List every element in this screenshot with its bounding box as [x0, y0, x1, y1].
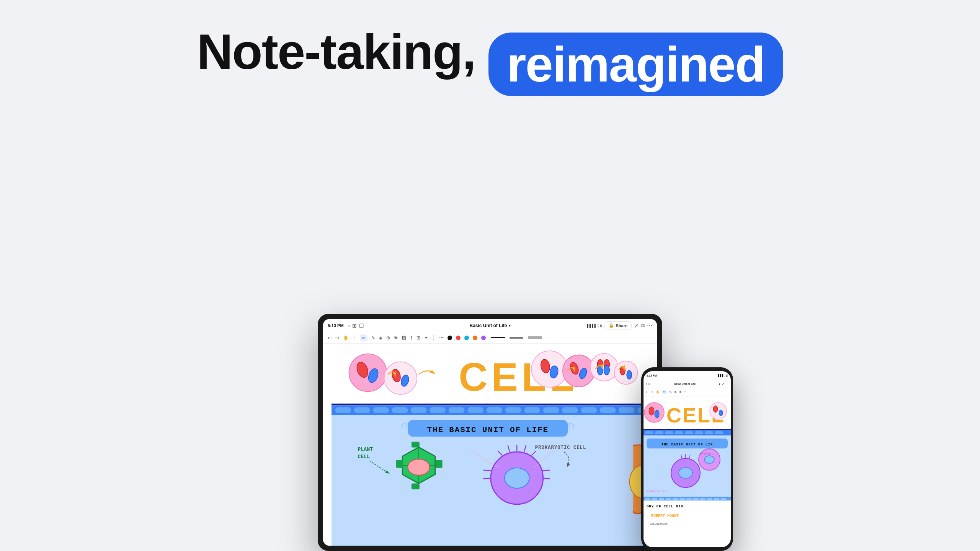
- svg-rect-80: [645, 431, 653, 434]
- expand-icon[interactable]: ⤢: [634, 323, 639, 329]
- hand-tool[interactable]: ✋: [343, 335, 349, 341]
- shape-tool[interactable]: ❋: [394, 335, 398, 341]
- tablet-time: 5:13 PM: [328, 323, 344, 328]
- svg-rect-103: [652, 498, 657, 500]
- svg-rect-86: [705, 431, 713, 434]
- svg-rect-105: [666, 498, 671, 500]
- svg-rect-34: [505, 407, 521, 413]
- color-purple[interactable]: [481, 336, 486, 340]
- svg-rect-27: [373, 407, 389, 413]
- color-orange[interactable]: [473, 336, 477, 340]
- svg-rect-107: [679, 498, 685, 500]
- tablet-device: 5:13 PM ‹ ⊞ ☐ Basic Unit of Life ▾ ▐▐▐▐□…: [318, 314, 662, 551]
- star-tool[interactable]: ✦: [424, 335, 428, 341]
- status-icons: ▐▐▐▐□((: [586, 324, 602, 328]
- svg-rect-112: [714, 498, 719, 500]
- svg-text:THE BASIC UNIT OF LIFE: THE BASIC UNIT OF LIFE: [427, 425, 549, 434]
- pencil-tool[interactable]: ✎: [371, 335, 375, 341]
- svg-text:PROKARYOTIC CELL: PROKARYOTIC CELL: [535, 445, 586, 450]
- phone-back-icon[interactable]: ‹: [646, 383, 647, 385]
- copy-icon[interactable]: ⧉: [641, 322, 645, 329]
- color-red[interactable]: [456, 336, 461, 340]
- phone-shape-tool[interactable]: ❋: [679, 390, 682, 394]
- lock-icon: 🔒: [609, 323, 614, 328]
- grid-icon[interactable]: ⊞: [352, 323, 357, 329]
- svg-rect-81: [655, 431, 663, 434]
- svg-rect-28: [392, 407, 408, 413]
- color-cyan[interactable]: [464, 336, 469, 340]
- headline-highlight: reimagined: [507, 36, 765, 92]
- phone-status: ▐▐▐ □ ((: [717, 374, 728, 377]
- svg-point-73: [655, 410, 659, 418]
- svg-rect-104: [659, 498, 664, 500]
- svg-rect-35: [524, 407, 540, 413]
- svg-point-98: [704, 456, 714, 463]
- svg-text:THE BASIC UNIT OF LIF: THE BASIC UNIT OF LIF: [662, 443, 713, 447]
- svg-text:EUKARYOTIC CELL: EUKARYOTIC CELL: [647, 490, 667, 493]
- pen-tool[interactable]: ✏: [360, 334, 368, 341]
- svg-rect-23: [332, 404, 648, 406]
- image-tool[interactable]: 🖼: [402, 335, 406, 341]
- svg-point-21: [627, 370, 632, 379]
- tablet-right-icons: ▐▐▐▐□(( 🔒 Share ⤢ ⧉ ⋯: [586, 321, 652, 329]
- phone-device: 5:13 PM ▐▐▐ □ (( ‹ ☐ Basic Unit of Life …: [641, 367, 733, 551]
- svg-rect-37: [562, 407, 578, 413]
- phone-lasso-tool[interactable]: ⊕: [674, 390, 677, 394]
- phone-time: 5:13 PM: [647, 374, 657, 377]
- phone-redo-tool[interactable]: ↪: [651, 390, 653, 394]
- tablet-nav-icons: ‹ ⊞ ☐: [348, 323, 364, 329]
- back-icon[interactable]: ‹: [348, 323, 350, 329]
- tablet-screen: 5:13 PM ‹ ⊞ ☐ Basic Unit of Life ▾ ▐▐▐▐□…: [323, 319, 657, 546]
- phone-toolbar: ↩ ↪ ✋ ✏ ✎ ⊕ ❋ T: [644, 388, 731, 396]
- tablet-canvas: CELL: [323, 344, 657, 546]
- phone-doc-title: Basic Unit of Life: [652, 383, 717, 385]
- share-button[interactable]: 🔒 Share: [604, 321, 632, 329]
- svg-text:— ROBERT HOOKE: — ROBERT HOOKE: [646, 514, 679, 518]
- svg-rect-33: [487, 407, 503, 413]
- more-icon[interactable]: ⋯: [647, 323, 652, 329]
- svg-rect-31: [449, 407, 465, 413]
- undo-tool[interactable]: ↩: [328, 335, 332, 341]
- phone-screen: 5:13 PM ▐▐▐ □ (( ‹ ☐ Basic Unit of Life …: [644, 371, 731, 547]
- eraser-tool[interactable]: ◈: [379, 335, 382, 341]
- headline-section: Note-taking, reimagined: [0, 0, 980, 99]
- phone-hand-tool[interactable]: ✋: [656, 390, 660, 394]
- phone-chevron-down-icon[interactable]: ▾: [719, 383, 720, 386]
- phone-more-icon[interactable]: ⋯: [726, 383, 728, 386]
- svg-rect-106: [673, 498, 678, 500]
- svg-rect-102: [645, 498, 650, 500]
- line-thickness-thin[interactable]: [491, 337, 505, 338]
- svg-rect-54: [412, 484, 420, 489]
- svg-point-19: [614, 361, 638, 385]
- headline-prefix: Note-taking,: [197, 24, 475, 80]
- sticker-tool[interactable]: ⊞: [416, 335, 420, 341]
- phone-expand-icon[interactable]: ⤢: [722, 383, 724, 386]
- phone-topbar: 5:13 PM ▐▐▐ □ ((: [644, 371, 731, 380]
- svg-rect-40: [619, 407, 635, 413]
- phone-text-tool[interactable]: T: [684, 390, 686, 394]
- phone-pen-tool[interactable]: ✏: [662, 390, 667, 394]
- phone-pencil-tool[interactable]: ✎: [669, 390, 672, 394]
- bookmark-icon[interactable]: ☐: [359, 323, 364, 329]
- phone-bookmark-icon[interactable]: ☐: [648, 383, 650, 386]
- svg-rect-109: [693, 498, 699, 500]
- svg-rect-113: [721, 498, 726, 500]
- redo-tool[interactable]: ↪: [335, 335, 339, 341]
- line-thickness-thick[interactable]: [528, 336, 542, 339]
- svg-text:PLANT: PLANT: [358, 447, 373, 452]
- svg-rect-25: [335, 407, 351, 413]
- lasso-tool[interactable]: ⊕: [386, 335, 390, 341]
- devices-section: 5:13 PM ‹ ⊞ ☐ Basic Unit of Life ▾ ▐▐▐▐□…: [279, 314, 701, 551]
- chevron-down-icon[interactable]: ▾: [509, 324, 511, 328]
- text-tool[interactable]: T: [410, 335, 413, 341]
- svg-text:CELL: CELL: [358, 454, 370, 460]
- svg-point-72: [649, 407, 654, 415]
- svg-text:ORY OF CELL BIO: ORY OF CELL BIO: [647, 505, 683, 509]
- wave-tool[interactable]: 〜: [439, 334, 444, 341]
- svg-rect-36: [543, 407, 559, 413]
- color-black[interactable]: [448, 336, 452, 340]
- line-thickness-medium[interactable]: [510, 337, 523, 339]
- svg-point-93: [679, 468, 693, 478]
- phone-undo-tool[interactable]: ↩: [646, 390, 648, 394]
- svg-rect-30: [430, 407, 446, 413]
